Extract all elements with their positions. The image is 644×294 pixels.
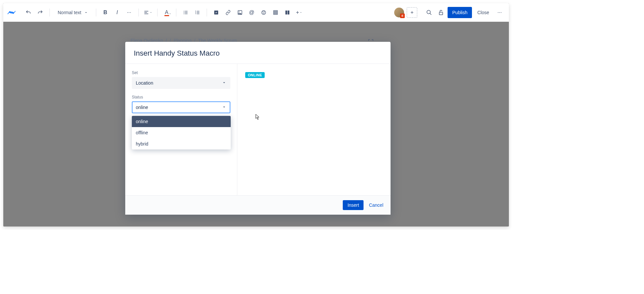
separator <box>176 9 176 16</box>
svg-point-2 <box>184 12 184 13</box>
separator <box>157 9 158 16</box>
bullet-list-button[interactable] <box>180 7 191 18</box>
status-option-online[interactable]: online <box>132 116 231 127</box>
svg-text:3: 3 <box>195 13 196 14</box>
cancel-button[interactable]: Cancel <box>369 202 383 208</box>
task-button[interactable] <box>211 7 221 18</box>
text-style-select[interactable]: Normal text <box>54 10 92 15</box>
insert-button[interactable]: Insert <box>343 200 364 210</box>
field-set: Set Location <box>132 70 230 89</box>
lock-button[interactable] <box>436 7 446 18</box>
svg-rect-11 <box>197 13 199 14</box>
svg-rect-23 <box>285 11 287 14</box>
insert-button[interactable]: + <box>294 7 305 18</box>
table-button[interactable] <box>270 7 281 18</box>
svg-point-14 <box>239 12 240 13</box>
modal-title: Insert Handy Status Macro <box>134 49 382 58</box>
separator <box>49 9 50 16</box>
align-button[interactable] <box>143 7 153 18</box>
app-frame: Normal text B I ··· A 123 @ + + Publish … <box>3 3 509 227</box>
svg-point-15 <box>262 11 266 14</box>
modal-header: Insert Handy Status Macro <box>125 42 391 64</box>
status-label: Status <box>132 95 230 99</box>
numbered-list-button[interactable]: 123 <box>192 7 203 18</box>
svg-point-0 <box>184 11 184 12</box>
modal-form-panel: Set Location Status online online offlin… <box>125 64 237 195</box>
more-actions-button[interactable]: ··· <box>494 7 505 18</box>
svg-rect-9 <box>197 12 199 13</box>
svg-rect-1 <box>185 11 188 11</box>
svg-point-16 <box>263 12 263 12</box>
svg-rect-3 <box>185 12 188 13</box>
image-button[interactable] <box>235 7 245 18</box>
status-select[interactable]: online <box>132 101 230 113</box>
more-formatting-button[interactable]: ··· <box>124 7 134 18</box>
set-label: Set <box>132 70 230 75</box>
emoji-button[interactable] <box>258 7 269 18</box>
set-select[interactable]: Location <box>132 77 230 89</box>
modal-body: Set Location Status online online offlin… <box>125 64 391 195</box>
svg-rect-27 <box>439 12 443 15</box>
close-button[interactable]: Close <box>473 10 493 15</box>
svg-rect-18 <box>274 11 278 14</box>
set-value: Location <box>136 80 153 86</box>
status-preview-badge: ONLINE <box>245 72 265 78</box>
status-option-offline[interactable]: offline <box>132 127 231 138</box>
modal-footer: Insert Cancel <box>125 195 391 215</box>
status-value: online <box>136 105 148 110</box>
field-status: Status online online offline hybrid <box>132 95 230 149</box>
svg-rect-5 <box>185 13 188 14</box>
status-option-hybrid[interactable]: hybrid <box>132 138 231 149</box>
insert-macro-modal: Insert Handy Status Macro Set Location S… <box>125 42 391 215</box>
search-button[interactable] <box>424 7 434 18</box>
separator <box>207 9 207 16</box>
svg-rect-24 <box>287 11 289 14</box>
bold-button[interactable]: B <box>100 7 111 18</box>
chevron-down-icon <box>222 80 226 86</box>
svg-line-26 <box>430 13 432 15</box>
svg-point-4 <box>184 13 184 14</box>
text-style-label: Normal text <box>58 10 81 15</box>
status-dropdown: online offline hybrid <box>132 116 231 149</box>
svg-point-25 <box>427 10 431 14</box>
user-avatar[interactable] <box>394 8 404 17</box>
redo-button[interactable] <box>35 7 45 18</box>
mention-button[interactable]: @ <box>247 7 257 18</box>
confluence-logo[interactable] <box>7 8 16 17</box>
italic-button[interactable]: I <box>112 7 123 18</box>
editor-toolbar: Normal text B I ··· A 123 @ + + Publish … <box>3 3 509 22</box>
chevron-down-icon <box>222 105 226 110</box>
modal-preview-panel: ONLINE <box>237 64 391 195</box>
add-user-button[interactable]: + <box>407 7 417 18</box>
separator <box>96 9 96 16</box>
text-color-button[interactable]: A <box>161 7 172 18</box>
undo-button[interactable] <box>23 7 34 18</box>
publish-button[interactable]: Publish <box>448 7 472 18</box>
separator <box>138 9 139 16</box>
layout-button[interactable] <box>282 7 293 18</box>
svg-rect-7 <box>197 11 199 11</box>
link-button[interactable] <box>223 7 233 18</box>
svg-point-17 <box>264 12 264 12</box>
